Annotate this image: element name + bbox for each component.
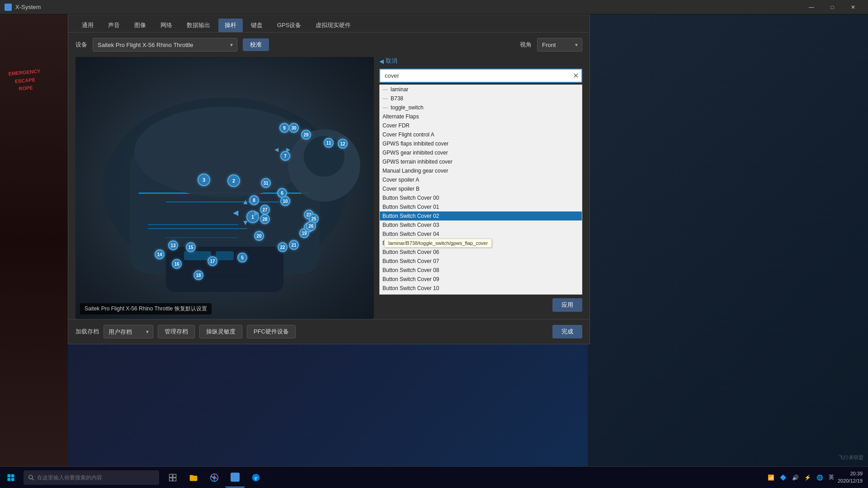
dash-icon: — — [382, 86, 388, 93]
sensitivity-button[interactable]: 操纵灵敏度 — [199, 325, 242, 338]
node-26[interactable]: 26 — [306, 221, 316, 231]
cmd-btn-cover-08[interactable]: Button Switch Cover 08 — [380, 266, 582, 275]
nav7-right-arrow[interactable]: ▶ — [286, 146, 290, 153]
node-29[interactable]: 29 — [301, 130, 311, 140]
node-11[interactable]: 11 — [324, 138, 334, 148]
node-2[interactable]: 2 — [227, 174, 240, 187]
node-9[interactable]: 9 — [279, 123, 289, 133]
cancel-button[interactable]: ◀ 取消 — [379, 57, 397, 65]
network-icon[interactable]: 🌐 — [815, 474, 825, 481]
node-16[interactable]: 16 — [172, 259, 182, 269]
nav7-left-arrow[interactable]: ◀ — [274, 146, 278, 153]
nav-right-arrow[interactable]: ▶ — [254, 208, 259, 217]
cmd-manual-landing-gear[interactable]: Manual Landing gear cover — [380, 166, 582, 175]
device-row: 设备 Saitek Pro Flight X-56 Rhino Throttle… — [75, 38, 582, 52]
tab-general[interactable]: 通用 — [75, 19, 100, 32]
cmd-btn-cover-00[interactable]: Button Switch Cover 00 — [380, 193, 582, 202]
cmd-btn-cover-10[interactable]: Button Switch Cover 10 — [380, 284, 582, 293]
cmd-gpws-terrain[interactable]: GPWS terrain inhibited cover — [380, 157, 582, 166]
cmd-b738[interactable]: — B738 — [380, 94, 582, 103]
start-button[interactable] — [0, 467, 22, 488]
minimize-button[interactable]: — — [801, 0, 822, 14]
manage-saves-button[interactable]: 管理存档 — [158, 325, 195, 338]
save-type-select[interactable]: 用户存档 — [104, 325, 153, 338]
cmd-cover-flight-control[interactable]: Cover Flight control A — [380, 130, 582, 139]
btn-cover-07-label: Button Switch Cover 07 — [382, 258, 439, 264]
cmd-btn-cover-03[interactable]: Button Switch Cover 03 — [380, 221, 582, 230]
node-15[interactable]: 15 — [186, 242, 196, 252]
node-27[interactable]: 27 — [260, 205, 270, 215]
node-17[interactable]: 17 — [208, 256, 217, 266]
chrome-button[interactable] — [204, 468, 224, 488]
tab-joystick[interactable]: 操杆 — [218, 19, 243, 32]
cmd-alternate-flaps[interactable]: Alternate Flaps — [380, 112, 582, 121]
tab-data-output[interactable]: 数据输出 — [180, 19, 217, 32]
battery-icon[interactable]: ⚡ — [802, 474, 813, 481]
svg-line-28 — [216, 478, 217, 479]
apply-button[interactable]: 应用 — [552, 298, 582, 312]
main-window: 通用 声音 图像 网络 数据输出 操杆 键盘 GPS设备 虚拟现实硬件 设备 S… — [68, 14, 590, 344]
cmd-btn-cover-09[interactable]: Button Switch Cover 09 — [380, 275, 582, 284]
tab-vr[interactable]: 虚拟现实硬件 — [309, 19, 357, 32]
finish-button[interactable]: 完成 — [552, 325, 582, 338]
cmd-btn-cover-04[interactable]: Button Switch Cover 04 — [380, 230, 582, 239]
tab-keyboard[interactable]: 键盘 — [245, 19, 269, 32]
taskbar-time[interactable]: 20:39 2020/12/19 — [838, 470, 863, 484]
tab-sound[interactable]: 声音 — [102, 19, 126, 32]
node-8[interactable]: 8 — [249, 195, 259, 205]
node-18[interactable]: 18 — [193, 270, 203, 280]
cmd-btn-cover-07[interactable]: Button Switch Cover 07 — [380, 257, 582, 266]
node-14[interactable]: 14 — [155, 249, 165, 259]
node-31[interactable]: 31 — [261, 178, 271, 188]
cmd-cover-spoiler-b[interactable]: Cover spoiler B — [380, 184, 582, 193]
close-button[interactable]: ✕ — [843, 0, 863, 14]
cmd-cover-spoiler-a[interactable]: Cover spoiler A — [380, 175, 582, 184]
cmd-laminar[interactable]: — laminar — [380, 85, 582, 94]
command-list[interactable]: — laminar — B738 — toggle_switch — [379, 84, 582, 295]
node-22[interactable]: 22 — [278, 242, 288, 252]
command-search-input[interactable] — [379, 69, 582, 83]
node-13[interactable]: 13 — [168, 240, 178, 250]
calibrate-button[interactable]: 校准 — [243, 38, 269, 51]
throttle-label: Saitek Pro Flight X-56 Rhino Throttle 恢复… — [80, 303, 212, 314]
cmd-gpws-gear[interactable]: GPWS gear inhibited cover — [380, 148, 582, 157]
node-30[interactable]: 30 — [289, 123, 299, 133]
titlebar-controls: — □ ✕ — [801, 0, 863, 14]
xsystem-taskbar-button[interactable] — [225, 468, 245, 488]
node-12[interactable]: 12 — [338, 139, 348, 149]
node-21[interactable]: 21 — [289, 240, 299, 250]
wifi-icon[interactable]: 📶 — [766, 474, 776, 481]
search-clear-button[interactable]: ✕ — [573, 72, 579, 80]
cmd-gpws-flaps[interactable]: GPWS flaps inhibited cover — [380, 139, 582, 148]
cmd-btn-cover-06[interactable]: Button Switch Cover 06 — [380, 248, 582, 257]
node-20[interactable]: 20 — [254, 231, 264, 241]
tab-network[interactable]: 网络 — [154, 19, 179, 32]
nav-down-arrow[interactable]: ▼ — [242, 219, 249, 227]
node-3[interactable]: 3 — [198, 174, 210, 186]
node-5[interactable]: 5 — [237, 253, 247, 263]
taskbar-search-input[interactable] — [37, 474, 141, 481]
dash-icon-2: — — [382, 95, 388, 102]
node-10[interactable]: 10 — [280, 196, 290, 206]
svg-rect-13 — [8, 474, 11, 477]
tab-graphics[interactable]: 图像 — [128, 19, 152, 32]
view-select[interactable]: Front — [537, 38, 582, 52]
maximize-button[interactable]: □ — [822, 0, 843, 14]
cmd-btn-cover-02[interactable]: Button Switch Cover 02 — [380, 211, 582, 221]
node-28[interactable]: 28 — [260, 214, 270, 224]
cmd-toggle-switch[interactable]: — toggle_switch — [380, 103, 582, 112]
device-select[interactable]: Saitek Pro Flight X-56 Rhino Throttle — [93, 38, 237, 52]
nav-up-arrow[interactable]: ▲ — [242, 198, 249, 206]
volume-icon[interactable]: 🔊 — [790, 474, 801, 481]
tab-gps[interactable]: GPS设备 — [271, 19, 307, 32]
edge-button[interactable] — [246, 468, 266, 488]
lang-indicator[interactable]: 英 — [827, 474, 836, 481]
pfc-button[interactable]: PFC硬件设备 — [247, 325, 296, 338]
bluetooth-icon[interactable]: 🔷 — [778, 474, 788, 481]
cmd-btn-cover-01[interactable]: Button Switch Cover 01 — [380, 202, 582, 211]
taskbar-search[interactable] — [24, 470, 159, 485]
file-explorer-button[interactable] — [184, 468, 203, 488]
nav-left-arrow[interactable]: ◀ — [233, 208, 238, 217]
task-view-button[interactable] — [163, 468, 183, 488]
cmd-cover-fdr[interactable]: Cover FDR — [380, 121, 582, 130]
